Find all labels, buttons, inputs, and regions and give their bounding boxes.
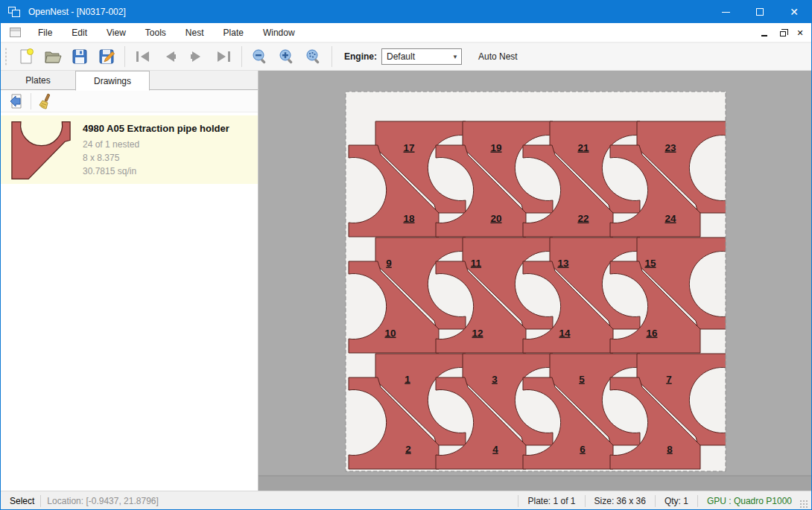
- close-button[interactable]: ✕: [777, 1, 811, 23]
- part-number-label: 17: [403, 142, 414, 153]
- chevron-down-icon: ▼: [452, 54, 458, 60]
- new-document-button[interactable]: [13, 45, 39, 68]
- zoom-out-icon: [251, 48, 269, 66]
- part-number-label: 24: [664, 213, 676, 224]
- part-number-label: 23: [664, 142, 676, 153]
- mdi-close-icon: ✕: [796, 28, 803, 38]
- toolbar-separator: [332, 46, 332, 67]
- zoom-out-button[interactable]: [247, 45, 273, 68]
- menu-window[interactable]: Window: [253, 24, 305, 42]
- part-number-label: 1: [405, 374, 410, 385]
- part-number-label: 16: [646, 328, 658, 339]
- part-number-label: 3: [492, 374, 498, 385]
- part-number-label: 8: [667, 444, 673, 455]
- menu-view[interactable]: View: [97, 24, 136, 42]
- part-number-label: 4: [492, 444, 498, 455]
- open-folder-icon: [43, 48, 63, 66]
- status-separator: [40, 495, 41, 507]
- part-number-label: 13: [557, 258, 569, 269]
- mdi-minimize-icon: [761, 35, 767, 36]
- minimize-icon: [722, 12, 730, 13]
- go-first-icon: [134, 49, 152, 64]
- status-separator: [697, 495, 698, 507]
- minimize-button[interactable]: [708, 1, 743, 23]
- drawing-area: 30.7815 sq/in: [83, 165, 229, 178]
- status-size: Size: 36 x 36: [591, 496, 649, 506]
- menu-items: FileEditViewToolsNestPlateWindow: [28, 24, 305, 42]
- previous-plate-button[interactable]: [156, 45, 183, 68]
- last-plate-button[interactable]: [210, 45, 237, 68]
- go-previous-icon: [161, 49, 179, 64]
- menu-tools[interactable]: Tools: [136, 24, 176, 42]
- close-icon: ✕: [790, 7, 799, 17]
- zoom-fit-icon: [305, 48, 323, 66]
- go-last-icon: [215, 49, 232, 64]
- maximize-icon: [756, 8, 764, 16]
- nest-drawing: 171819202122232491011121314151612345678: [258, 71, 811, 491]
- part-number-label: 10: [384, 328, 396, 339]
- menu-nest[interactable]: Nest: [176, 24, 214, 42]
- toolbar-separator: [31, 93, 31, 109]
- window-title: OpenNest - [N0317-002]: [28, 7, 126, 17]
- zoom-in-icon: [278, 48, 296, 66]
- document-window-icon[interactable]: [10, 28, 21, 37]
- mdi-restore-icon: [780, 31, 786, 36]
- part-number-label: 14: [559, 328, 571, 339]
- part-number-label: 9: [386, 258, 392, 269]
- menu-edit[interactable]: Edit: [62, 24, 97, 42]
- drawing-list-item[interactable]: 4980 A05 Extraction pipe holder 24 of 1 …: [1, 115, 258, 184]
- drawing-nested-count: 24 of 1 nested: [83, 138, 229, 151]
- tab-strip: Plates Drawings: [1, 71, 258, 90]
- part-number-label: 20: [490, 213, 501, 224]
- zoom-in-button[interactable]: [273, 45, 300, 68]
- drawings-toolbar: [1, 90, 258, 112]
- part-number-label: 7: [666, 374, 672, 385]
- toolbar-drag-handle[interactable]: [4, 47, 8, 66]
- menu-bar: FileEditViewToolsNestPlateWindow ✕: [1, 23, 811, 42]
- menu-file[interactable]: File: [28, 24, 62, 42]
- save-icon: [71, 48, 89, 66]
- save-as-icon: [98, 48, 115, 66]
- status-qty: Qty: 1: [662, 496, 691, 506]
- first-plate-button[interactable]: [130, 45, 156, 68]
- save-button[interactable]: [66, 45, 93, 68]
- auto-nest-button[interactable]: Auto Nest: [472, 48, 524, 65]
- resize-grip[interactable]: [799, 500, 808, 509]
- open-button[interactable]: [39, 45, 66, 68]
- part-number-label: 22: [577, 213, 589, 224]
- status-mode: Select: [10, 496, 34, 506]
- part-number-label: 21: [577, 142, 589, 153]
- next-plate-button[interactable]: [183, 45, 210, 68]
- part-number-label: 5: [579, 374, 585, 385]
- mdi-minimize-button[interactable]: [758, 26, 771, 39]
- menu-plate[interactable]: Plate: [214, 24, 253, 42]
- title-bar: OpenNest - [N0317-002] ✕: [1, 1, 811, 23]
- part-number-label: 2: [405, 444, 411, 455]
- mdi-restore-button[interactable]: [775, 26, 789, 39]
- mdi-close-button[interactable]: ✕: [793, 26, 807, 39]
- drawing-title: 4980 A05 Extraction pipe holder: [83, 123, 229, 134]
- part-number-label: 18: [403, 213, 415, 224]
- drawing-thumbnail: [7, 120, 75, 181]
- import-drawing-icon: [8, 93, 25, 109]
- status-location: Location: [-0.9437, 21.8796]: [47, 496, 158, 506]
- engine-value: Default: [387, 51, 415, 62]
- import-drawing-button[interactable]: [5, 92, 28, 111]
- save-as-button[interactable]: [93, 45, 120, 68]
- maximize-button[interactable]: [743, 1, 777, 23]
- status-separator: [585, 495, 586, 507]
- zoom-fit-button[interactable]: [300, 45, 327, 68]
- tab-drawings[interactable]: Drawings: [75, 71, 150, 91]
- go-next-icon: [188, 49, 206, 64]
- clean-button[interactable]: [34, 92, 57, 111]
- drawing-size: 8 x 8.375: [83, 151, 229, 165]
- engine-select[interactable]: Default ▼: [381, 48, 462, 65]
- status-separator: [655, 495, 656, 507]
- main-toolbar: Engine: Default ▼ Auto Nest: [1, 42, 811, 71]
- part-number-label: 11: [471, 258, 482, 269]
- tab-plates[interactable]: Plates: [1, 71, 75, 90]
- new-document-icon: [17, 48, 35, 66]
- app-window: OpenNest - [N0317-002] ✕ FileEditViewToo…: [0, 0, 812, 510]
- nest-canvas[interactable]: 171819202122232491011121314151612345678: [258, 71, 811, 491]
- part-number-label: 6: [580, 444, 586, 455]
